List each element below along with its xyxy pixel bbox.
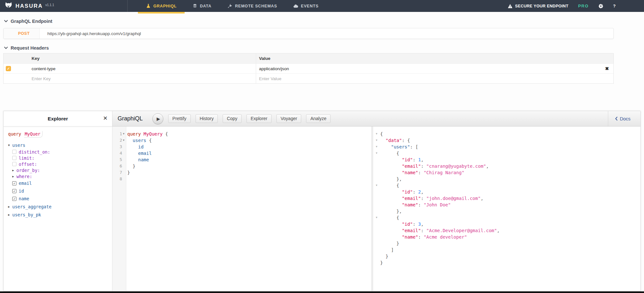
tab-events[interactable]: EVENTS <box>285 0 327 12</box>
query-code: email <box>126 150 152 156</box>
brand-block[interactable]: HASURA v1.1.1 <box>0 0 128 12</box>
result-line-21: } <box>373 260 640 266</box>
toolbar-button-analyze[interactable]: Analyze <box>306 114 331 123</box>
header-row-content-type: ✓ content-type application/json ✖ <box>4 63 613 73</box>
header-key[interactable]: content-type <box>32 66 55 71</box>
explorer-item-email[interactable]: ✓email <box>8 179 110 187</box>
triangle-right-icon[interactable]: ▶ <box>12 175 16 178</box>
fold-spacer <box>373 208 380 214</box>
unchecked-checkbox[interactable] <box>12 150 16 154</box>
query-code <box>126 176 127 182</box>
result-code: { <box>380 150 399 156</box>
explorer-close-icon[interactable]: ✕ <box>103 115 108 122</box>
fold-spacer <box>373 240 380 247</box>
settings-gear-icon[interactable] <box>598 4 603 9</box>
explorer-item-id[interactable]: ✓id <box>8 187 110 195</box>
docs-button[interactable]: Docs <box>608 111 640 126</box>
request-headers-title: Request Headers <box>11 45 49 51</box>
query-editor[interactable]: 1▼query MyQuery {2▼ users {3 id4 email5 … <box>112 127 371 291</box>
tab-remote-schemas[interactable]: REMOTE SCHEMAS <box>219 0 285 12</box>
toolbar-button-explorer[interactable]: Explorer <box>246 114 272 123</box>
toolbar-button-prettify[interactable]: Prettify <box>168 114 191 123</box>
query-line-8[interactable]: 8 <box>112 176 371 182</box>
headers-table-head: Key Value <box>4 53 613 63</box>
toolbar-button-voyager[interactable]: Voyager <box>276 114 301 123</box>
query-line-7[interactable]: 7} <box>112 169 371 176</box>
explorer-item-users[interactable]: ▼users <box>8 142 110 149</box>
unchecked-checkbox[interactable] <box>12 162 16 166</box>
value-column-header: Value <box>256 53 613 63</box>
fold-spacer <box>373 234 380 240</box>
triangle-right-icon[interactable]: ▶ <box>12 169 16 172</box>
hasura-logo-icon <box>5 2 13 10</box>
fold-arrow-icon[interactable]: ▼ <box>373 150 380 156</box>
header-value[interactable]: application/json <box>259 66 289 71</box>
tab-graphiql[interactable]: GRAPHIQL <box>138 0 185 12</box>
chevron-down-icon <box>4 20 8 23</box>
explorer-item-name[interactable]: ✓name <box>8 195 110 203</box>
execute-query-button[interactable]: ▶ <box>152 113 163 124</box>
fold-arrow-icon[interactable]: ▼ <box>122 131 125 137</box>
query-name-input[interactable]: MyQuer <box>24 131 43 137</box>
result-code: }, <box>380 176 402 182</box>
checked-checkbox[interactable]: ✓ <box>12 181 16 185</box>
result-code: } <box>380 260 383 266</box>
explorer-item-limit[interactable]: limit: <box>8 155 110 161</box>
result-line-16: "email": "Acme.Developer@gmail.com", <box>373 227 640 234</box>
explorer-item-order_by[interactable]: ▶order_by: <box>8 167 110 173</box>
query-line-6[interactable]: 6 } <box>112 163 371 169</box>
header-enabled-checkbox[interactable]: ✓ <box>6 66 11 71</box>
unchecked-checkbox[interactable] <box>12 156 16 160</box>
checked-checkbox[interactable]: ✓ <box>12 197 16 201</box>
graphiql-workbench: Explorer ✕ query MyQuer ▼usersdistinct_o… <box>3 111 641 291</box>
remove-header-icon[interactable]: ✖ <box>605 66 609 71</box>
result-code: ] <box>380 247 394 253</box>
query-line-2[interactable]: 2▼ users { <box>112 137 371 144</box>
query-keyword: query <box>8 131 21 137</box>
fold-arrow-icon[interactable]: ▼ <box>373 137 380 144</box>
result-line-7: "name": "Chirag Narang" <box>373 169 640 176</box>
tab-data[interactable]: DATA <box>185 0 219 12</box>
new-header-key-input[interactable] <box>32 76 208 81</box>
request-headers-section-header[interactable]: Request Headers <box>4 45 49 51</box>
explorer-item-where[interactable]: ▶where: <box>8 173 110 179</box>
fold-spacer <box>373 176 380 182</box>
checked-checkbox[interactable]: ✓ <box>12 189 16 193</box>
fold-arrow-icon[interactable]: ▼ <box>122 137 125 144</box>
fold-arrow-icon[interactable]: ▼ <box>373 214 380 221</box>
tab-label: GRAPHIQL <box>153 4 177 8</box>
help-button[interactable]: ? <box>613 4 616 8</box>
brand-name: HASURA <box>15 3 43 9</box>
query-line-3[interactable]: 3 id <box>112 144 371 150</box>
toolbar-button-copy[interactable]: Copy <box>223 114 242 123</box>
explorer-item-users_by_pk[interactable]: ▶users_by_pk <box>8 211 110 219</box>
endpoint-bar: POST https://yb-grpahql-api.herokuapp.co… <box>3 28 614 39</box>
triangle-down-icon[interactable]: ▼ <box>8 144 12 147</box>
result-code: "id": 2, <box>380 189 424 195</box>
fold-arrow-icon[interactable]: ▼ <box>373 182 380 189</box>
explorer-item-distinct_on[interactable]: distinct_on: <box>8 149 110 155</box>
result-code: "id": 3, <box>380 221 424 227</box>
graphql-endpoint-section-header[interactable]: GraphQL Endpoint <box>4 19 52 24</box>
triangle-right-icon[interactable]: ▶ <box>8 205 12 208</box>
fold-arrow-icon[interactable]: ▼ <box>373 144 380 150</box>
graphiql-toolbar: GraphiQL ▶ PrettifyHistoryCopyExplorerVo… <box>112 111 640 127</box>
explorer-item-label: name <box>19 196 29 201</box>
result-code: "name": "John Doe" <box>380 202 451 208</box>
secure-endpoint-link[interactable]: SECURE YOUR ENDPOINT <box>508 4 569 8</box>
explorer-item-label: users_aggregate <box>12 204 52 209</box>
result-code: { <box>380 182 399 189</box>
triangle-right-icon[interactable]: ▶ <box>8 213 12 216</box>
endpoint-url[interactable]: https://yb-grpahql-api.herokuapp.com/v1/… <box>40 28 613 39</box>
new-header-value-input[interactable] <box>259 76 507 81</box>
query-line-5[interactable]: 5 name <box>112 156 371 163</box>
header-row-new <box>4 73 613 83</box>
toolbar-button-history[interactable]: History <box>196 114 218 123</box>
query-line-4[interactable]: 4 email <box>112 150 371 156</box>
query-line-1[interactable]: 1▼query MyQuery { <box>112 131 371 137</box>
fold-arrow-icon[interactable]: ▼ <box>373 131 380 137</box>
pro-button[interactable]: PRO <box>578 4 589 8</box>
explorer-item-users_aggregate[interactable]: ▶users_aggregate <box>8 203 110 211</box>
chevron-left-icon <box>615 117 618 121</box>
explorer-item-offset[interactable]: offset: <box>8 161 110 167</box>
